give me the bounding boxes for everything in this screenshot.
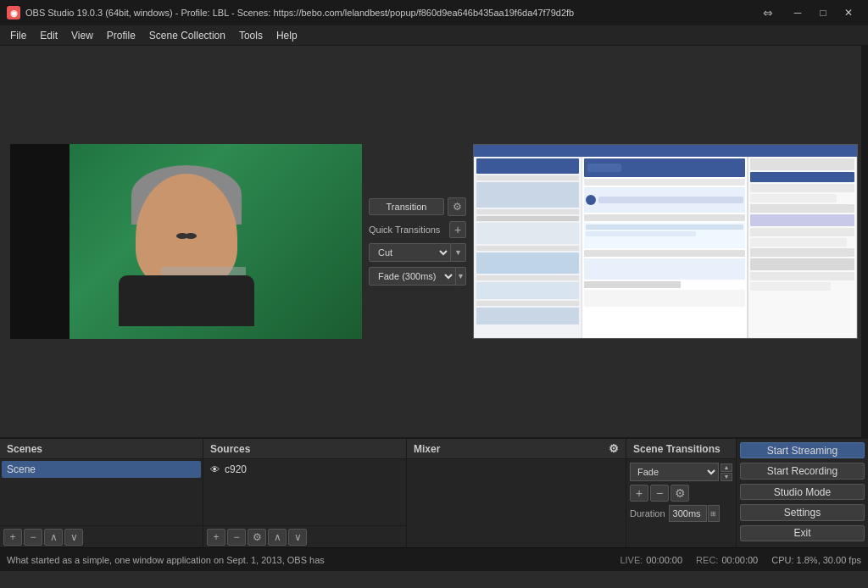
- bottom-panels: Scenes Scene + − ∧ ∨ Sources 👁 c920 + −: [0, 437, 868, 547]
- live-status: LIVE: 00:00:00: [620, 555, 682, 565]
- source-label: c920: [225, 463, 247, 475]
- quick-transitions-label: Quick Transitions: [369, 225, 440, 235]
- right-scrollbar[interactable]: [861, 46, 868, 437]
- main-preview-area: Transition ⚙ Quick Transitions + Cut ▼ F…: [0, 46, 868, 437]
- cpu-label: CPU: 1.8%, 30.00 fps: [771, 555, 861, 565]
- fb-col-right: [748, 157, 857, 338]
- move-scene-up-button[interactable]: ∧: [44, 529, 63, 546]
- transition-button[interactable]: Transition: [369, 198, 444, 215]
- fade-dropdown[interactable]: Fade (300ms): [369, 267, 456, 286]
- move-scene-down-button[interactable]: ∨: [64, 529, 83, 546]
- transition-spinner: ▲ ▼: [721, 463, 732, 481]
- menu-profile[interactable]: Profile: [100, 25, 142, 46]
- transitions-content: Fade ▲ ▼ + − ⚙ Duration ⊞: [626, 459, 736, 525]
- source-settings-button[interactable]: ⚙: [248, 529, 266, 546]
- add-transition-bottom-button[interactable]: +: [630, 485, 648, 502]
- menu-edit[interactable]: Edit: [33, 25, 64, 46]
- fade-transition-dropdown[interactable]: Fade: [630, 463, 719, 481]
- menu-file[interactable]: File: [3, 25, 33, 46]
- mixer-panel: Mixer ⚙: [407, 439, 626, 547]
- fb-content: [474, 157, 857, 338]
- scene-transitions-panel: Scene Transitions Fade ▲ ▼ + − ⚙ Duratio…: [626, 439, 737, 547]
- transition-panel: Transition ⚙ Quick Transitions + Cut ▼ F…: [369, 197, 466, 286]
- app-icon: ◉: [7, 6, 20, 19]
- cut-dropdown-row: Cut ▼: [369, 243, 466, 262]
- menu-tools[interactable]: Tools: [232, 25, 270, 46]
- duration-spinner[interactable]: ⊞: [708, 505, 720, 522]
- move-source-up-button[interactable]: ∧: [268, 529, 287, 546]
- duration-label: Duration: [630, 508, 665, 519]
- transition-bottom-gear[interactable]: ⚙: [670, 485, 689, 502]
- add-remove-trans-row: + − ⚙: [630, 485, 732, 502]
- scene-transitions-title: Scene Transitions: [633, 443, 721, 455]
- webcam-feed: [10, 144, 362, 339]
- transition-settings-button[interactable]: ⚙: [448, 197, 466, 216]
- window-title: OBS Studio 19.0.3 (64bit, windows) - Pro…: [25, 8, 754, 18]
- menu-scene-collection[interactable]: Scene Collection: [142, 25, 232, 46]
- gear-icon: ⚙: [453, 201, 462, 213]
- fade-dropdown-arrow[interactable]: ▼: [456, 267, 466, 286]
- face-eye-right: [185, 233, 197, 239]
- rec-label: REC:: [696, 555, 718, 565]
- add-scene-button[interactable]: +: [3, 529, 22, 546]
- face-shirt: [119, 275, 254, 326]
- duration-input[interactable]: [669, 505, 707, 522]
- scene2-preview: [473, 144, 858, 339]
- titlebar: ◉ OBS Studio 19.0.3 (64bit, windows) - P…: [0, 0, 868, 25]
- cpu-status: CPU: 1.8%, 30.00 fps: [771, 555, 861, 565]
- remove-source-button[interactable]: −: [227, 529, 246, 546]
- source-item-1[interactable]: 👁 c920: [205, 461, 404, 478]
- scenes-content: Scene: [0, 459, 203, 525]
- move-source-down-button[interactable]: ∨: [288, 529, 307, 546]
- fb-topbar: [474, 145, 857, 157]
- maximize-button[interactable]: □: [810, 0, 836, 25]
- statusbar-text: What started as a simple, one window app…: [7, 555, 606, 565]
- scenes-header: Scenes: [0, 439, 203, 459]
- transition-top-row: Transition ⚙: [369, 197, 466, 216]
- add-transition-button[interactable]: +: [449, 221, 466, 238]
- duration-field: ⊞: [669, 505, 720, 522]
- eye-icon: 👁: [210, 464, 220, 474]
- cut-dropdown[interactable]: Cut: [369, 243, 451, 262]
- close-button[interactable]: ✕: [836, 0, 861, 25]
- face-shape: [119, 157, 254, 326]
- live-time: 00:00:00: [646, 555, 682, 565]
- resize-icon: ⇔: [760, 4, 776, 21]
- mixer-title: Mixer: [414, 443, 440, 455]
- fade-dropdown-row: Fade (300ms) ▼: [369, 267, 466, 286]
- transition-spin-up[interactable]: ▲: [721, 463, 732, 472]
- scene-label: Scene: [7, 463, 36, 475]
- duration-row: Duration ⊞: [630, 505, 732, 522]
- menu-help[interactable]: Help: [270, 25, 304, 46]
- rec-status: REC: 00:00:00: [696, 555, 758, 565]
- mixer-settings-icon[interactable]: ⚙: [609, 442, 619, 455]
- fb-col-left: [474, 157, 582, 338]
- add-source-button[interactable]: +: [207, 529, 225, 546]
- facebook-feed: [474, 145, 857, 338]
- fade-select-row: Fade ▲ ▼: [630, 463, 732, 481]
- quick-transitions-row: Quick Transitions +: [369, 221, 466, 238]
- menu-view[interactable]: View: [64, 25, 100, 46]
- scenes-panel: Scenes Scene + − ∧ ∨: [0, 439, 203, 547]
- sources-header: Sources: [203, 439, 406, 459]
- start-streaming-button[interactable]: Start Streaming: [740, 442, 865, 458]
- sources-content: 👁 c920: [203, 459, 406, 525]
- sources-toolbar: + − ⚙ ∧ ∨: [203, 525, 406, 547]
- mixer-content: [407, 459, 626, 547]
- start-recording-button[interactable]: Start Recording: [740, 463, 865, 479]
- remove-transition-bottom-button[interactable]: −: [650, 485, 669, 502]
- studio-mode-button[interactable]: Studio Mode: [740, 484, 865, 500]
- rec-time: 00:00:00: [721, 555, 758, 565]
- settings-button[interactable]: Settings: [740, 504, 865, 520]
- remove-scene-button[interactable]: −: [24, 529, 42, 546]
- transition-spin-down[interactable]: ▼: [721, 473, 732, 481]
- sources-panel: Sources 👁 c920 + − ⚙ ∧ ∨: [203, 439, 407, 547]
- exit-button[interactable]: Exit: [740, 525, 865, 541]
- minimize-button[interactable]: ─: [785, 0, 810, 25]
- scenes-title: Scenes: [7, 443, 42, 455]
- scene-transitions-header: Scene Transitions: [626, 439, 736, 459]
- sources-title: Sources: [210, 443, 250, 455]
- mixer-header: Mixer ⚙: [407, 439, 626, 459]
- scene-item-1[interactable]: Scene: [2, 461, 201, 478]
- cut-dropdown-arrow[interactable]: ▼: [451, 243, 466, 262]
